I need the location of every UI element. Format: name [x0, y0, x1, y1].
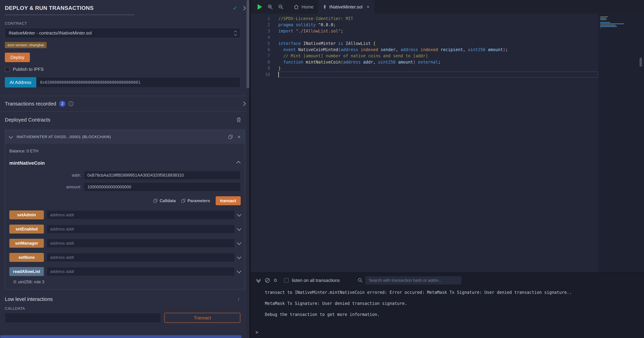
panel-resize-handle[interactable]	[249, 0, 251, 338]
left-panel-horizontal-scrollbar[interactable]	[0, 335, 242, 338]
zoom-out-icon[interactable]	[278, 4, 284, 10]
deployed-contracts-header: Deployed Contracts	[5, 117, 50, 123]
function-setNone-input[interactable]	[46, 253, 235, 262]
chevron-down-icon[interactable]	[237, 226, 241, 231]
line-number: 1	[251, 16, 278, 22]
line-number: 4	[251, 34, 278, 40]
close-tab-icon[interactable]: ×	[367, 4, 370, 10]
function-readAllowList-input[interactable]	[46, 267, 235, 276]
tab-home[interactable]: Home	[289, 0, 318, 14]
code-line-2[interactable]: 2pragma solidity ^0.8.0;	[251, 22, 598, 28]
code-line-8[interactable]: 8 function mintNativeCoin(address addr, …	[251, 59, 598, 65]
terminal-log-line[interactable]: Debug the transaction to get more inform…	[265, 312, 637, 318]
field-label: addr:	[9, 173, 81, 178]
clear-console-icon[interactable]	[265, 278, 270, 283]
tab-inativeminter-label: INativeMinter.sol	[329, 4, 362, 10]
close-icon[interactable]: ×	[238, 134, 241, 140]
deployed-contract-header[interactable]: INATIVEMINTER AT 0X020...00001 (BLOCKCHA…	[5, 130, 245, 144]
function-setAdmin-input[interactable]	[46, 210, 235, 220]
listen-all-checkbox[interactable]	[284, 278, 289, 282]
code-line-text: // Mint [amount] number of native coins …	[278, 53, 598, 59]
code-line-4[interactable]: 4	[251, 34, 598, 40]
terminal-search-input[interactable]	[365, 276, 461, 284]
contract-select-value: INativeMinter - contracts/INativeMinter.…	[9, 30, 92, 36]
low-level-calldata-input[interactable]	[5, 313, 161, 323]
function-name: mintNativeCoin	[9, 160, 45, 166]
code-editor[interactable]: 1//SPDX-License-Identifier: MIT2pragma s…	[251, 14, 644, 272]
at-address-button[interactable]: At Address	[5, 77, 36, 88]
terminal-prompt[interactable]: >	[256, 330, 258, 335]
code-line-7[interactable]: 7 // Mint [amount] number of native coin…	[251, 53, 598, 59]
function-setAdmin-button[interactable]: setAdmin	[9, 210, 44, 220]
line-number: 6	[251, 46, 278, 53]
field-input-addr[interactable]	[84, 171, 241, 180]
tab-inativeminter[interactable]: INativeMinter.sol ×	[318, 0, 374, 14]
code-line-text: function mintNativeCoin(address addr, ui…	[278, 59, 598, 65]
code-line-6[interactable]: 6 event NativeCoinMinted(address indexed…	[251, 46, 598, 53]
function-row: setEnabled	[9, 224, 241, 234]
function-field-row: amount:	[9, 182, 241, 192]
transact-button[interactable]: transact	[216, 196, 241, 205]
deploy-run-panel: DEPLOY & RUN TRANSACTIONS ✓ CONTRACT INa…	[0, 0, 249, 338]
collapse-terminal-icon[interactable]	[257, 278, 260, 282]
copy-parameters-button[interactable]: Parameters	[181, 198, 210, 203]
chevron-down-icon[interactable]	[9, 134, 13, 138]
code-line-5[interactable]: 5interface INativeMinter is IAllowList {	[251, 40, 598, 46]
copy-calldata-button[interactable]: Calldata	[153, 198, 176, 203]
deploy-button[interactable]: Deploy	[5, 53, 30, 62]
function-setNone-button[interactable]: setNone	[9, 253, 44, 262]
trash-icon[interactable]	[236, 118, 241, 122]
terminal-log-line[interactable]: MetaMask Tx Signature: User denied trans…	[265, 300, 637, 306]
code-line-text: interface INativeMinter is IAllowList {	[278, 40, 598, 46]
code-line-1[interactable]: 1//SPDX-License-Identifier: MIT	[251, 16, 598, 22]
function-fields: addr:amount:	[5, 171, 245, 192]
publish-ipfs-checkbox[interactable]	[5, 67, 10, 72]
code-line-10[interactable]: 10	[251, 72, 598, 78]
function-setEnabled-button[interactable]: setEnabled	[9, 224, 44, 234]
copy-icon	[153, 199, 158, 203]
copy-icon	[181, 199, 186, 203]
editor-scrollbar-thumb[interactable]	[640, 58, 642, 67]
code-line-text: event NativeCoinMinted(address indexed s…	[278, 46, 598, 53]
code-line-9[interactable]: 9}	[251, 65, 598, 72]
contract-select[interactable]: INativeMinter - contracts/INativeMinter.…	[5, 28, 240, 38]
field-input-amount[interactable]	[84, 182, 241, 192]
transactions-recorded-row[interactable]: Transactions recorded 2 i	[0, 96, 249, 112]
function-readAllowList-button[interactable]: readAllowList	[9, 267, 44, 276]
chevron-up-icon[interactable]	[236, 161, 240, 165]
chevron-down-icon[interactable]	[237, 240, 241, 245]
function-row: setAdmin	[9, 210, 241, 220]
chevron-right-icon[interactable]	[241, 102, 246, 106]
code-line-3[interactable]: 3import "./IAllowList.sol";	[251, 28, 598, 34]
run-script-icon[interactable]	[258, 4, 262, 10]
check-icon[interactable]: ✓	[233, 6, 237, 11]
scrollbar-thumb[interactable]	[246, 0, 249, 88]
copy-icon[interactable]	[228, 135, 233, 139]
minimap[interactable]	[598, 14, 644, 272]
terminal-logs: transact to INativeMinter.mintNativeCoin…	[251, 284, 644, 318]
code-line-text: pragma solidity ^0.8.0;	[278, 22, 598, 28]
chevron-down-icon[interactable]	[237, 269, 241, 273]
line-number: 10	[251, 72, 278, 78]
info-icon[interactable]: i	[68, 101, 74, 106]
function-setManager-input[interactable]	[46, 239, 235, 248]
info-icon[interactable]: i	[236, 297, 241, 302]
zoom-in-icon[interactable]	[268, 4, 273, 10]
left-panel-scrollbar[interactable]	[246, 0, 249, 335]
panel-title: DEPLOY & RUN TRANSACTIONS	[5, 5, 94, 11]
low-level-transact-button[interactable]: Transact	[164, 313, 240, 323]
search-icon	[358, 278, 362, 283]
code-lines[interactable]: 1//SPDX-License-Identifier: MIT2pragma s…	[251, 16, 598, 78]
function-list: setAdminsetEnabledsetManagersetNonereadA…	[5, 210, 245, 276]
function-setEnabled-input[interactable]	[46, 224, 235, 234]
terminal: 0 listen on all transactions transact to…	[251, 272, 644, 338]
line-number: 3	[251, 28, 278, 34]
function-setManager-button[interactable]: setManager	[9, 239, 44, 248]
panel-collapse-icon[interactable]	[241, 6, 246, 10]
at-address-input[interactable]	[36, 77, 240, 88]
terminal-log-line[interactable]: transact to INativeMinter.mintNativeCoin…	[265, 289, 637, 296]
chevron-down-icon[interactable]	[237, 212, 241, 216]
listen-all-label: listen on all transactions	[292, 278, 340, 283]
chevron-down-icon[interactable]	[237, 254, 241, 259]
editor-area: Home INativeMinter.sol × 1//SPDX-License…	[251, 0, 644, 338]
